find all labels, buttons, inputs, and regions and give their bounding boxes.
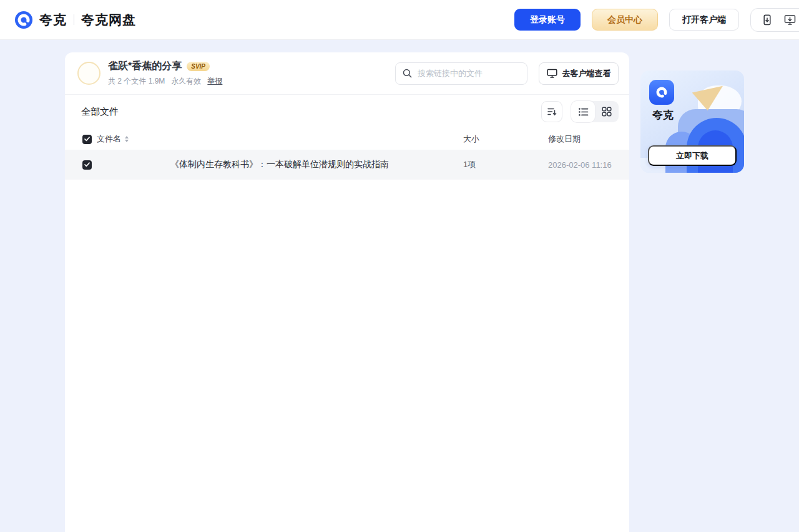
column-size-label[interactable]: 大小 (463, 133, 548, 145)
report-link[interactable]: 举报 (207, 76, 222, 87)
list-view-icon (578, 107, 589, 117)
promo-app-name: 夸克 (652, 108, 674, 122)
share-header-actions: 去客户端查看 (395, 62, 619, 85)
share-validity: 永久有效 (171, 76, 201, 87)
grid-view-toggle[interactable] (595, 101, 619, 122)
brand-name: 夸克 (39, 11, 67, 29)
brand-separator (74, 14, 74, 25)
app-download-card[interactable]: 夸克 立即下载 (640, 70, 744, 173)
brand-product-name: 夸克网盘 (81, 11, 136, 29)
share-header: 雀跃*香蕉的分享 SVIP 共 2 个文件 1.9M 永久有效 举报 (65, 52, 629, 95)
checkbox-check-icon (84, 137, 90, 142)
share-title-row: 雀跃*香蕉的分享 SVIP (108, 60, 222, 73)
share-meta: 共 2 个文件 1.9M 永久有效 举报 (108, 76, 222, 87)
file-table-header: 文件名 大小 修改日期 (65, 128, 629, 150)
list-toolbar: 全部文件 (65, 95, 629, 128)
download-apps-group (750, 8, 799, 32)
row-checkbox[interactable] (82, 160, 92, 170)
search-box (395, 62, 527, 85)
share-file-count: 共 2 个文件 1.9M (108, 76, 165, 87)
column-name: 文件名 (82, 133, 463, 145)
view-toggle-group (571, 101, 619, 122)
sharer-avatar (77, 62, 100, 85)
member-center-button[interactable]: 会员中心 (592, 9, 658, 31)
quark-app-icon (649, 80, 674, 105)
sort-order-icon (547, 107, 557, 117)
share-info: 雀跃*香蕉的分享 SVIP 共 2 个文件 1.9M 永久有效 举报 (108, 60, 222, 87)
svip-badge: SVIP (187, 62, 210, 71)
section-title: 全部文件 (81, 106, 119, 118)
column-name-label[interactable]: 文件名 (97, 133, 121, 145)
list-view-toggle[interactable] (571, 101, 595, 122)
topbar-actions: 登录账号 会员中心 打开客户端 (514, 8, 799, 32)
share-title: 雀跃*香蕉的分享 (108, 60, 182, 73)
view-in-client-label: 去客户端查看 (562, 68, 611, 79)
row-name-cell: 《体制内生存教科书》：一本破解单位潜规则的实战指南 (82, 159, 463, 170)
topbar: 夸克 夸克网盘 登录账号 会员中心 打开客户端 (0, 0, 799, 40)
brand: 夸克 夸克网盘 (15, 11, 136, 29)
share-panel: 雀跃*香蕉的分享 SVIP 共 2 个文件 1.9M 永久有效 举报 (65, 52, 629, 532)
select-all-checkbox[interactable] (82, 135, 92, 144)
file-size: 1项 (463, 159, 548, 170)
sort-order-button[interactable] (541, 101, 562, 122)
column-modified-label[interactable]: 修改日期 (548, 133, 629, 145)
list-toolbar-actions (541, 101, 619, 122)
desktop-download-icon[interactable] (784, 14, 796, 26)
content-area: 雀跃*香蕉的分享 SVIP 共 2 个文件 1.9M 永久有效 举报 (0, 40, 799, 532)
monitor-icon (547, 69, 557, 78)
table-row[interactable]: 《体制内生存教科书》：一本破解单位潜规则的实战指南 1项 2026-02-06 … (65, 150, 629, 180)
column-sort-arrows-icon[interactable] (125, 136, 129, 142)
view-in-client-button[interactable]: 去客户端查看 (539, 62, 619, 85)
quark-logo (15, 11, 32, 29)
file-modified-date: 2026-02-06 11:16 (548, 160, 629, 170)
download-now-button[interactable]: 立即下载 (648, 145, 737, 166)
checkbox-check-icon (84, 162, 90, 167)
search-icon (403, 69, 412, 78)
file-name[interactable]: 《体制内生存教科书》：一本破解单位潜规则的实战指南 (170, 159, 389, 170)
grid-view-icon (602, 107, 612, 117)
phone-download-icon[interactable] (762, 14, 772, 26)
login-button[interactable]: 登录账号 (514, 9, 581, 31)
open-client-button[interactable]: 打开客户端 (669, 9, 739, 31)
search-input[interactable] (416, 68, 520, 79)
share-page: 夸克 夸克网盘 登录账号 会员中心 打开客户端 (0, 0, 799, 532)
